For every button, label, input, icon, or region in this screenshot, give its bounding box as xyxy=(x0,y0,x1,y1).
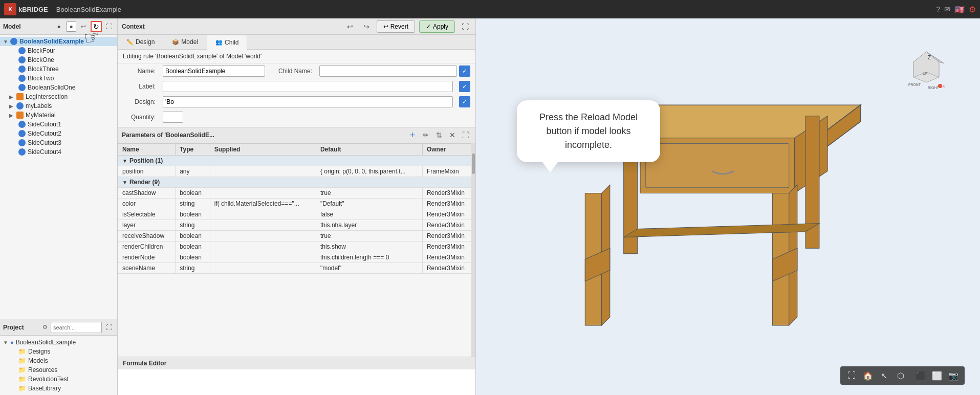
scrollbar-track[interactable] xyxy=(471,143,475,357)
model-tab-icon: 📦 xyxy=(172,39,179,46)
viewer-rotate-btn[interactable]: ⬡ xyxy=(894,368,908,383)
undo-btn[interactable]: ↩ xyxy=(344,20,356,33)
name-input[interactable] xyxy=(163,65,265,77)
quantity-label: Quantity: xyxy=(123,114,159,121)
design-row: Design: ✓ xyxy=(118,94,475,109)
param-default: true xyxy=(316,231,422,242)
child-name-wrapper: ✓ xyxy=(319,65,470,77)
viewer-home-btn[interactable]: 🏠 xyxy=(861,368,875,383)
help-icon[interactable]: ? xyxy=(936,5,940,13)
viewer-cursor-btn[interactable]: ↖ xyxy=(877,368,891,383)
param-supplied xyxy=(210,263,316,274)
redo-btn[interactable]: ↪ xyxy=(360,20,373,33)
param-owner: Render3Mixin xyxy=(422,188,475,199)
edit-param-btn[interactable]: ✏ xyxy=(420,129,431,141)
param-default: this.show xyxy=(316,242,422,252)
navigation-cube[interactable]: Z UP FRONT RIGHT X xyxy=(903,49,949,95)
tree-item-booleansolidone[interactable]: BooleanSolidOne xyxy=(0,83,117,92)
table-row: castShadow boolean true Render3Mixin xyxy=(118,188,475,199)
project-expand-btn[interactable]: ⛶ xyxy=(104,322,114,333)
section-render[interactable]: ▼Render (9) xyxy=(118,177,475,188)
item-icon xyxy=(18,130,26,137)
tree-item-sidecutout1[interactable]: SideCutout1 xyxy=(0,120,117,129)
viewer-fullscreen-btn[interactable]: ⛶ xyxy=(844,368,859,383)
close-params-btn[interactable]: ✕ xyxy=(447,129,458,141)
sort-param-btn[interactable]: ⇅ xyxy=(433,129,445,141)
param-owner: Render3Mixin xyxy=(422,199,475,209)
project-tree-item-revolutiontest[interactable]: 📁 RevolutionTest xyxy=(0,375,117,384)
editing-label: Editing rule 'BooleanSolidExample' of Mo… xyxy=(118,50,475,63)
tree-item-blockfour[interactable]: BlockFour xyxy=(0,46,117,55)
formula-editor-header: Formula Editor xyxy=(118,357,475,369)
model-visibility-btn[interactable]: ● xyxy=(54,21,64,32)
item-icon xyxy=(18,139,26,146)
add-param-btn[interactable]: + xyxy=(407,129,418,141)
param-type: boolean xyxy=(176,242,210,252)
tree-item-sidecutout2[interactable]: SideCutout2 xyxy=(0,129,117,138)
param-supplied xyxy=(210,188,316,199)
tree-item-blocktwo[interactable]: BlockTwo xyxy=(0,74,117,83)
viewer-plane-btn[interactable]: ⬜ xyxy=(930,368,944,383)
col-owner[interactable]: Owner xyxy=(422,144,475,156)
design-input[interactable] xyxy=(163,96,453,107)
col-default[interactable]: Default xyxy=(316,144,422,156)
callout-text: Press the Reload Model button if model l… xyxy=(539,112,638,150)
project-tree-item-root[interactable]: ▼ ● BooleanSolidExample xyxy=(0,338,117,347)
item-icon xyxy=(16,93,24,100)
expand-params-btn[interactable]: ⛶ xyxy=(460,129,471,141)
model-tree: ▼ BooleanSolidExample BlockFour BlockOne… xyxy=(0,35,117,319)
col-supplied[interactable]: Supplied xyxy=(210,144,316,156)
tree-item-mymaterial[interactable]: ▶ MyMaterial xyxy=(0,111,117,120)
param-name: castShadow xyxy=(118,188,176,199)
tree-item-sidecutout3[interactable]: SideCutout3 xyxy=(0,138,117,147)
design-check-btn[interactable]: ✓ xyxy=(459,96,470,107)
viewer-box-btn[interactable]: ⬛ xyxy=(913,368,928,383)
tree-item-mylabels[interactable]: ▶ myLabels xyxy=(0,101,117,111)
context-expand-btn[interactable]: ⛶ xyxy=(459,20,471,33)
model-active-btn[interactable]: ● xyxy=(66,21,76,32)
param-owner: Render3Mixin xyxy=(422,263,475,274)
tab-design[interactable]: ✏️ Design xyxy=(118,35,163,49)
folder-icon: 📁 xyxy=(18,348,26,355)
scrollbar-thumb[interactable] xyxy=(472,153,475,174)
project-tree-item-models[interactable]: 📁 Models xyxy=(0,356,117,365)
tab-model[interactable]: 📦 Model xyxy=(163,35,207,49)
tree-item-legintersection[interactable]: ▶ LegIntersection xyxy=(0,92,117,101)
tree-item-blockthree[interactable]: BlockThree xyxy=(0,64,117,74)
topbar: K kBRiDGE BooleanSolidExample ? ✉ 🇺🇸 ⚙ xyxy=(0,0,980,18)
context-tabs: ✏️ Design 📦 Model 👥 Child xyxy=(118,35,475,50)
project-root-icon: ● xyxy=(10,339,14,345)
child-name-check-btn[interactable]: ✓ xyxy=(459,65,470,77)
formula-section: Formula Editor xyxy=(118,357,475,395)
tree-item-blockone[interactable]: BlockOne xyxy=(0,55,117,64)
mail-icon[interactable]: ✉ xyxy=(944,5,950,13)
settings-icon[interactable]: ⚙ xyxy=(969,5,976,14)
tab-child[interactable]: 👥 Child xyxy=(207,35,247,50)
project-search-input[interactable] xyxy=(51,322,102,333)
label-check-btn[interactable]: ✓ xyxy=(459,81,470,92)
context-panel-header: Context ↩ ↪ ↩ Revert ✓ Apply ⛶ xyxy=(118,18,475,35)
name-row: Name: Child Name: ✓ xyxy=(118,63,475,79)
project-tree-item-baselibrary[interactable]: 📁 BaseLibrary xyxy=(0,384,117,393)
param-supplied xyxy=(210,231,316,242)
formula-editor-area[interactable] xyxy=(118,369,475,395)
viewer-toolbar: ⛶ 🏠 ↖ ⬡ | ⬛ ⬜ 📷 xyxy=(840,366,965,385)
tree-item-sidecutout4[interactable]: SideCutout4 xyxy=(0,147,117,157)
viewer-camera-btn[interactable]: 📷 xyxy=(946,368,961,383)
label-input[interactable] xyxy=(163,81,453,92)
param-supplied xyxy=(210,252,316,263)
revert-button[interactable]: ↩ Revert xyxy=(377,20,415,33)
quantity-input[interactable] xyxy=(163,112,183,123)
context-panel-title: Context xyxy=(122,23,229,30)
project-settings-icon[interactable]: ⚙ xyxy=(42,324,48,331)
project-tree-item-resources[interactable]: 📁 Resources xyxy=(0,365,117,375)
model-expand-btn[interactable]: ⛶ xyxy=(104,21,114,32)
section-position[interactable]: ▼Position (1) xyxy=(118,156,475,166)
project-panel-header: Project ⚙ ⛶ xyxy=(0,319,117,336)
project-panel-title: Project xyxy=(3,324,42,331)
project-tree-item-designs[interactable]: 📁 Designs xyxy=(0,347,117,356)
child-name-input[interactable] xyxy=(319,65,457,77)
apply-button[interactable]: ✓ Apply xyxy=(419,20,455,33)
col-name[interactable]: Name ↑ xyxy=(118,144,176,156)
col-type[interactable]: Type xyxy=(176,144,210,156)
